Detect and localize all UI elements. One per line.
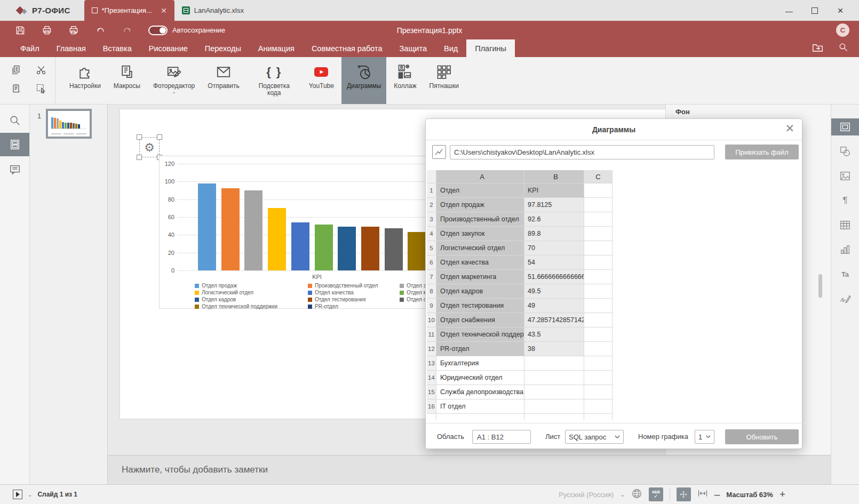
table-row: 7Отдел маркетинга51.666666666666664 — [427, 270, 613, 284]
comments-panel-icon[interactable] — [0, 158, 29, 181]
plugin-object-marker[interactable]: ⚙ — [139, 137, 160, 157]
plugin-collage-button[interactable]: Коллаж — [388, 57, 421, 104]
range-input[interactable]: A1 : B12 — [472, 430, 531, 444]
dialog-header[interactable]: Диаграммы ✕ — [426, 119, 802, 140]
menu-tab-4[interactable]: Переходы — [196, 39, 250, 57]
file-path-input[interactable] — [450, 145, 714, 159]
vertical-scrollbar[interactable] — [818, 274, 822, 298]
column-header-A[interactable]: A — [436, 170, 524, 183]
zoom-in-button[interactable]: + — [780, 490, 785, 499]
resize-handle[interactable] — [137, 155, 142, 160]
plugin-send-button[interactable]: Отправить — [202, 57, 245, 104]
table-row: 4Отдел закупок89.8 — [427, 227, 613, 241]
chevron-down-icon[interactable]: ⌄ — [620, 492, 624, 498]
table-row: 3Производственный отдел92.6 — [427, 212, 613, 227]
slide-counter: Слайд 1 из 1 — [37, 491, 77, 498]
undo-button[interactable] — [94, 24, 107, 37]
menu-tab-1[interactable]: Главная — [48, 39, 94, 57]
image-settings-icon[interactable] — [831, 167, 859, 185]
row-header-7: 7 — [427, 270, 436, 284]
resize-handle[interactable] — [157, 134, 162, 140]
menu-tab-6[interactable]: Совместная работа — [303, 39, 391, 57]
paste-icon[interactable] — [9, 82, 23, 95]
sheet-select[interactable]: SQL запрос — [565, 430, 624, 444]
select-icon[interactable] — [34, 82, 48, 95]
cell — [584, 371, 613, 385]
window-controls: × — [785, 0, 859, 21]
notes-area[interactable]: Нажмите, чтобы добавить заметки — [108, 455, 831, 484]
minimize-icon[interactable] — [785, 7, 793, 14]
fit-slide-button[interactable] — [677, 487, 691, 501]
menu-tab-3[interactable]: Рисование — [140, 39, 196, 57]
column-header-B[interactable]: B — [524, 170, 584, 183]
table-row: 13Бухгалтерия — [427, 356, 613, 371]
copy-icon[interactable] — [9, 63, 23, 77]
doc-tab-presentation[interactable]: *Презентация... ✕ — [84, 0, 174, 21]
update-button[interactable]: Обновить — [725, 429, 799, 444]
print-button[interactable] — [41, 24, 53, 37]
menu-tab-5[interactable]: Анимация — [250, 39, 303, 57]
statusbar-left: ⌄ Слайд 1 из 1 — [13, 485, 77, 504]
menu-tab-7[interactable]: Защита — [391, 39, 435, 57]
textart-settings-icon[interactable]: Ta — [831, 266, 859, 283]
graph-number-select[interactable]: 1 — [695, 430, 714, 444]
quick-print-button[interactable] — [67, 24, 80, 37]
redo-button[interactable] — [121, 24, 133, 37]
slides-panel-icon[interactable] — [0, 133, 29, 156]
plugin-fifteen-puzzle-button[interactable]: Пятнашки — [424, 57, 464, 104]
window-tabbar: Р7-ОФИС *Презентация... ✕ LanAnalytic.xl… — [0, 0, 859, 21]
resize-handle[interactable] — [137, 134, 142, 140]
paragraph-settings-icon[interactable]: ¶ — [831, 192, 859, 209]
slide-settings-icon[interactable] — [831, 118, 859, 135]
close-dialog-icon[interactable]: ✕ — [785, 122, 794, 135]
plugin-charts-button[interactable]: Диаграммы — [341, 57, 386, 104]
legend-item: Отдел кадров — [195, 297, 308, 303]
zoom-out-button[interactable]: – — [714, 490, 720, 499]
legend-swatch — [195, 284, 199, 288]
autosave-toggle[interactable] — [148, 26, 168, 35]
menu-tab-0[interactable]: Файл — [12, 39, 48, 57]
user-avatar[interactable]: C — [836, 23, 849, 37]
shape-settings-icon[interactable] — [831, 143, 859, 160]
save-button[interactable] — [14, 24, 27, 37]
chevron-down-icon[interactable]: ⌄ — [28, 492, 32, 498]
table-row: 8Отдел кадров49.5 — [427, 284, 613, 299]
autosave-control: Автосохранение — [148, 26, 225, 35]
open-file-location-icon[interactable] — [812, 43, 823, 54]
plugin-settings-button[interactable]: Настройки — [64, 57, 106, 104]
table-settings-icon[interactable] — [831, 217, 859, 234]
language-selector[interactable]: Русский (Россия) — [559, 491, 614, 499]
search-panel-icon[interactable] — [0, 109, 29, 132]
plugin-macros-button[interactable]: Макросы — [108, 57, 146, 104]
y-tick-label: 120 — [161, 161, 174, 167]
menu-tab-9[interactable]: Плагины — [466, 39, 515, 57]
signature-settings-icon[interactable] — [831, 290, 859, 307]
bar-5 — [315, 225, 333, 270]
maximize-icon[interactable] — [811, 7, 818, 14]
globe-icon[interactable] — [631, 488, 642, 501]
chart-settings-icon[interactable] — [831, 241, 859, 258]
left-sidebar — [0, 105, 30, 484]
cell — [584, 284, 613, 299]
start-slideshow-button[interactable] — [13, 490, 22, 499]
bar-0 — [198, 183, 216, 270]
cell — [584, 313, 613, 327]
plugin-youtube-button[interactable]: YouTube — [304, 57, 339, 104]
cell — [584, 255, 613, 270]
plugin-photoeditor-button[interactable]: Фоторедактор ⌄ — [148, 57, 200, 104]
doc-tab-spreadsheet[interactable]: LanAnalytic.xlsx — [174, 0, 251, 21]
menu-tab-8[interactable]: Вид — [435, 39, 466, 57]
column-header-C[interactable]: C — [584, 170, 613, 183]
close-tab-icon[interactable]: ✕ — [161, 6, 167, 15]
menu-tab-2[interactable]: Вставка — [94, 39, 140, 57]
bind-file-button[interactable]: Привязать файл — [725, 145, 799, 159]
fit-width-button[interactable] — [697, 489, 708, 500]
close-window-icon[interactable]: × — [837, 7, 844, 14]
cell: Отдел — [436, 183, 524, 198]
plugin-code-highlight-button[interactable]: { } Подсветка кода — [247, 57, 301, 104]
cut-icon[interactable] — [34, 63, 48, 77]
spellcheck-button[interactable]: АБВ ✓ — [649, 487, 663, 501]
search-icon[interactable] — [838, 42, 848, 54]
cell — [584, 227, 613, 241]
slide-thumbnail[interactable] — [46, 109, 92, 139]
